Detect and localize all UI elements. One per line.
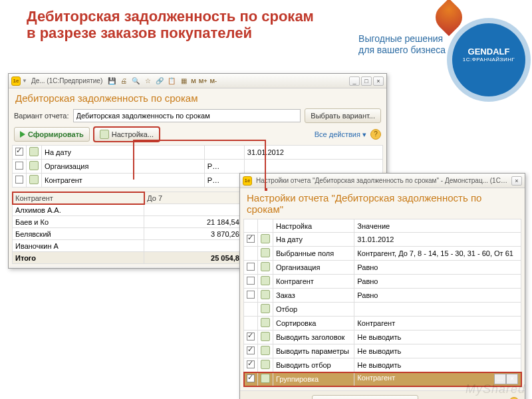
maximize-button[interactable]: □ bbox=[361, 76, 372, 86]
field-icon bbox=[261, 290, 270, 299]
field-icon bbox=[261, 262, 270, 271]
settings-row[interactable]: Контрагент Равно bbox=[244, 275, 521, 289]
window-dropdown-icon[interactable]: ▼ bbox=[22, 78, 27, 84]
preview-icon[interactable]: 🔍 bbox=[130, 76, 141, 86]
watermark: MyShared bbox=[466, 382, 525, 396]
close-button[interactable]: × bbox=[373, 76, 384, 86]
checkbox[interactable] bbox=[15, 148, 23, 156]
setting-label: Выводить параметры bbox=[273, 344, 354, 358]
checkbox[interactable] bbox=[247, 235, 255, 243]
checkbox[interactable] bbox=[247, 360, 255, 368]
settings-row[interactable]: Выводить параметры Не выводить bbox=[244, 344, 521, 358]
link-icon[interactable]: 🔗 bbox=[154, 76, 165, 86]
app-icon: 1e bbox=[243, 176, 252, 186]
field-icon bbox=[261, 374, 270, 383]
grid-icon[interactable]: ▦ bbox=[178, 76, 189, 86]
close-button[interactable]: × bbox=[511, 176, 522, 186]
field-icon bbox=[29, 147, 39, 156]
checkbox[interactable] bbox=[247, 332, 255, 340]
report-header: Дебиторская задолженность по срокам bbox=[9, 88, 386, 106]
field-icon bbox=[29, 161, 39, 170]
checkbox[interactable] bbox=[247, 291, 255, 299]
checkbox[interactable] bbox=[247, 263, 255, 271]
field-icon bbox=[261, 304, 270, 313]
setting-value[interactable]: Не выводить bbox=[354, 331, 521, 344]
column-header: До 7 bbox=[144, 192, 243, 204]
field-icon bbox=[261, 360, 270, 369]
setting-value[interactable]: Равно bbox=[354, 275, 521, 289]
setting-value[interactable]: Контрагент bbox=[354, 317, 521, 331]
app-icon: 1e bbox=[11, 76, 21, 86]
checkbox[interactable] bbox=[247, 277, 255, 285]
calc-icon[interactable]: 📋 bbox=[166, 76, 177, 86]
minimize-button[interactable]: _ bbox=[349, 76, 360, 86]
settings-row[interactable]: Выводить отбор Не выводить bbox=[244, 358, 521, 372]
setting-label: Контрагент bbox=[273, 275, 354, 289]
settings-row[interactable]: Выбранные поля Контрагент, До 7, 8 - 14,… bbox=[244, 247, 521, 261]
field-icon bbox=[261, 318, 270, 327]
settings-icon bbox=[100, 130, 109, 139]
variant-input[interactable] bbox=[73, 109, 301, 122]
field-icon bbox=[261, 346, 270, 355]
m-minus-button[interactable]: M- bbox=[209, 78, 218, 84]
setting-label: На дату bbox=[42, 146, 205, 160]
settings-row[interactable]: Выводить заголовок Не выводить bbox=[244, 331, 521, 344]
settings-row[interactable]: Отбор bbox=[244, 303, 521, 317]
setting-value[interactable]: Не выводить bbox=[354, 358, 521, 372]
setting-value[interactable] bbox=[354, 303, 521, 317]
callout-connector bbox=[265, 188, 267, 191]
callout-connector bbox=[265, 140, 266, 190]
setting-label: Выбранные поля bbox=[273, 247, 354, 261]
setting-value[interactable]: Контрагент, До 7, 8 - 14, 15 - 30, 31 - … bbox=[354, 247, 521, 261]
checkbox[interactable] bbox=[247, 374, 255, 382]
setting-op[interactable]: Р… bbox=[204, 174, 244, 188]
m-button[interactable]: M bbox=[190, 78, 197, 84]
col-value: Значение bbox=[354, 219, 521, 233]
checkbox[interactable] bbox=[247, 346, 255, 354]
setting-label: На дату bbox=[273, 233, 354, 247]
setting-op[interactable] bbox=[204, 146, 244, 160]
window-title: Де... (1С:Предприятие) bbox=[29, 77, 105, 84]
setting-value[interactable]: Равно bbox=[354, 289, 521, 303]
page-subtitle: Выгодные решения для вашего бизнеса bbox=[358, 33, 446, 56]
favorite-icon[interactable]: ☆ bbox=[142, 76, 153, 86]
setting-label: Сортировка bbox=[273, 317, 354, 331]
field-icon bbox=[261, 248, 270, 257]
setting-value[interactable]: 31.01.2012 bbox=[354, 233, 521, 247]
setting-label: Группировка bbox=[273, 372, 354, 386]
setting-value[interactable]: Равно bbox=[354, 261, 521, 275]
all-actions-link[interactable]: Все действия ▾ bbox=[315, 130, 366, 139]
select-variant-button[interactable]: Выбрать вариант... bbox=[305, 108, 381, 123]
variant-label: Вариант отчета: bbox=[14, 112, 69, 120]
m-plus-button[interactable]: M+ bbox=[198, 78, 208, 84]
setting-label: Организация bbox=[273, 261, 354, 275]
checkbox[interactable] bbox=[15, 176, 23, 184]
settings-row[interactable]: Сортировка Контрагент bbox=[244, 317, 521, 331]
settings-window: 1e Настройки отчета "Дебиторская задолже… bbox=[239, 173, 525, 399]
help-icon[interactable]: ? bbox=[370, 129, 381, 140]
titlebar: 1e Настройки отчета "Дебиторская задолже… bbox=[240, 174, 525, 188]
checkbox[interactable] bbox=[15, 162, 23, 170]
setting-value[interactable]: Не выводить bbox=[354, 344, 521, 358]
settings-row[interactable]: Организация Равно bbox=[244, 261, 521, 275]
finish-editing-button[interactable]: Завершить редактирование bbox=[312, 395, 419, 399]
settings-row[interactable]: На дату 31.01.2012 bbox=[244, 233, 521, 247]
setting-op[interactable]: Р… bbox=[204, 160, 244, 174]
field-icon bbox=[29, 175, 39, 184]
setting-label: Выводить заголовок bbox=[273, 331, 354, 344]
form-report-button[interactable]: Сформировать bbox=[14, 127, 90, 142]
settings-detail-table: Настройка Значение На дату 31.01.2012 Вы… bbox=[243, 219, 521, 386]
settings-row[interactable]: Заказ Равно bbox=[244, 289, 521, 303]
play-icon bbox=[20, 131, 25, 138]
field-icon bbox=[261, 332, 270, 341]
settings-header: Настройки отчета "Дебиторская задолженно… bbox=[240, 188, 525, 217]
save-icon[interactable]: 💾 bbox=[106, 76, 117, 86]
field-icon bbox=[261, 234, 270, 243]
setting-label: Отбор bbox=[273, 303, 354, 317]
settings-button[interactable]: Настройка... bbox=[94, 127, 160, 142]
print-icon[interactable]: 🖨 bbox=[118, 76, 129, 86]
field-icon bbox=[261, 276, 270, 285]
setting-label: Выводить отбор bbox=[273, 358, 354, 372]
setting-label: Заказ bbox=[273, 289, 354, 303]
column-header: Контрагент bbox=[13, 192, 144, 204]
